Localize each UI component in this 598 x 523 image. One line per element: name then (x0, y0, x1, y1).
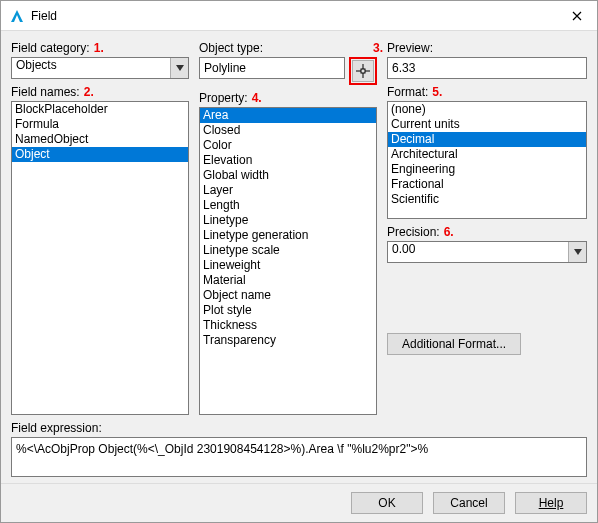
field-expression-section: Field expression: %<\AcObjProp Object(%<… (1, 421, 597, 483)
window-title: Field (31, 9, 557, 23)
field-expression-box: %<\AcObjProp Object(%<\_ObjId 2301908454… (11, 437, 587, 477)
field-expression-label: Field expression: (11, 421, 587, 435)
annotation-2: 2. (84, 85, 94, 99)
help-button[interactable]: Help (515, 492, 587, 514)
property-label: Property: (199, 91, 248, 105)
chevron-down-icon (170, 58, 188, 78)
list-item[interactable]: (none) (388, 102, 586, 117)
precision-combo[interactable]: 0.00 (387, 241, 587, 263)
chevron-down-icon (568, 242, 586, 262)
property-listbox[interactable]: AreaClosedColorElevationGlobal widthLaye… (199, 107, 377, 415)
annotation-5: 5. (432, 85, 442, 99)
field-names-label: Field names: (11, 85, 80, 99)
list-item[interactable]: Material (200, 273, 376, 288)
field-names-listbox[interactable]: BlockPlaceholderFormulaNamedObjectObject (11, 101, 189, 415)
list-item[interactable]: NamedObject (12, 132, 188, 147)
preview-label: Preview: (387, 41, 433, 55)
list-item[interactable]: Current units (388, 117, 586, 132)
list-item[interactable]: Linetype scale (200, 243, 376, 258)
list-item[interactable]: Color (200, 138, 376, 153)
list-item[interactable]: Decimal (388, 132, 586, 147)
object-type-label: Object type: (199, 41, 263, 55)
precision-label: Precision: (387, 225, 440, 239)
list-item[interactable]: Length (200, 198, 376, 213)
list-item[interactable]: Engineering (388, 162, 586, 177)
list-item[interactable]: Fractional (388, 177, 586, 192)
list-item[interactable]: Layer (200, 183, 376, 198)
list-item[interactable]: Scientific (388, 192, 586, 207)
titlebar: Field (1, 1, 597, 31)
list-item[interactable]: Object name (200, 288, 376, 303)
format-listbox[interactable]: (none)Current unitsDecimalArchitecturalE… (387, 101, 587, 219)
list-item[interactable]: Architectural (388, 147, 586, 162)
list-item[interactable]: Object (12, 147, 188, 162)
preview-field (387, 57, 587, 79)
field-dialog: Field Field category: 1. Objects Field n… (0, 0, 598, 523)
list-item[interactable]: Linetype generation (200, 228, 376, 243)
additional-format-button[interactable]: Additional Format... (387, 333, 521, 355)
list-item[interactable]: Area (200, 108, 376, 123)
pick-object-button[interactable] (352, 60, 374, 82)
list-item[interactable]: Global width (200, 168, 376, 183)
list-item[interactable]: Formula (12, 117, 188, 132)
list-item[interactable]: BlockPlaceholder (12, 102, 188, 117)
annotation-1: 1. (94, 41, 104, 55)
pick-object-highlight (349, 57, 377, 85)
dialog-buttons: OK Cancel Help (1, 483, 597, 522)
field-category-label: Field category: (11, 41, 90, 55)
list-item[interactable]: Lineweight (200, 258, 376, 273)
list-item[interactable]: Elevation (200, 153, 376, 168)
list-item[interactable]: Closed (200, 123, 376, 138)
annotation-3: 3. (373, 41, 383, 55)
field-category-combo[interactable]: Objects (11, 57, 189, 79)
close-button[interactable] (557, 1, 597, 31)
object-type-input[interactable] (199, 57, 345, 79)
annotation-6: 6. (444, 225, 454, 239)
list-item[interactable]: Plot style (200, 303, 376, 318)
format-label: Format: (387, 85, 428, 99)
annotation-4: 4. (252, 91, 262, 105)
list-item[interactable]: Transparency (200, 333, 376, 348)
cancel-button[interactable]: Cancel (433, 492, 505, 514)
list-item[interactable]: Thickness (200, 318, 376, 333)
crosshair-icon (356, 64, 370, 78)
app-logo-icon (9, 8, 25, 24)
list-item[interactable]: Linetype (200, 213, 376, 228)
dialog-body: Field category: 1. Objects Field names: … (1, 31, 597, 421)
ok-button[interactable]: OK (351, 492, 423, 514)
svg-rect-0 (361, 69, 365, 73)
